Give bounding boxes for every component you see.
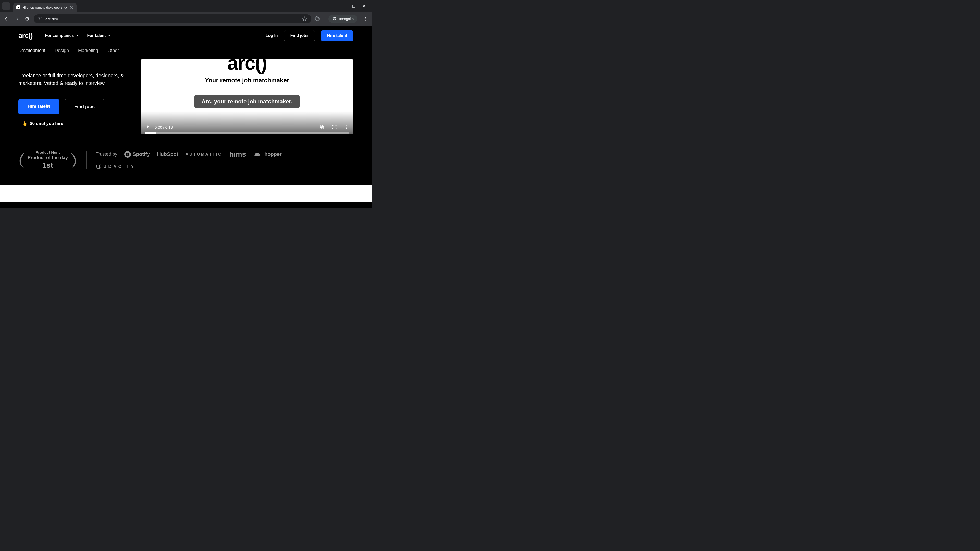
svg-rect-0 [352,5,355,7]
browser-tab[interactable]: a Hire top remote developers, de [13,3,76,12]
browser-tab-strip: a Hire top remote developers, de + [0,0,372,12]
svg-point-3 [365,20,366,21]
url-text: arc.dev [45,17,299,21]
minimize-button[interactable] [341,3,346,9]
hero-find-jobs-button[interactable]: Find jobs [65,99,104,114]
video-caption: Arc, your remote job matchmaker. [194,95,300,108]
next-section [0,185,372,202]
tab-title: Hire top remote developers, de [22,6,67,10]
svg-point-1 [365,17,366,18]
login-link[interactable]: Log In [266,33,278,38]
brand-udacity: UDACITY [96,164,136,170]
video-time: 0:00 / 0:18 [155,125,173,129]
hero-subtitle: Freelance or full-time developers, desig… [18,72,126,87]
laurel-right-icon [70,151,77,169]
spotify-icon [124,151,131,158]
hero-hire-talent-button[interactable]: Hire talent [18,99,59,114]
svg-point-6 [346,128,347,129]
forward-button[interactable] [13,15,21,22]
nav-for-companies[interactable]: For companies [45,33,79,38]
nav-for-talent[interactable]: For talent [87,33,111,38]
pointing-hand-icon: 👆 [22,121,27,126]
trusted-by-label: Trusted by [96,151,117,157]
incognito-badge[interactable]: Incognito [328,15,357,23]
price-note: 👆 $0 until you hire [18,121,126,126]
tab-development[interactable]: Development [18,48,45,53]
play-button[interactable] [145,124,150,130]
chevron-down-icon [76,34,79,37]
page-content: arc() For companies For talent Log In Fi… [0,25,372,208]
brand-automattic: AUTOMATTIC [185,152,222,157]
bookmark-icon[interactable] [302,16,307,21]
video-progress[interactable] [145,132,348,134]
back-button[interactable] [3,15,10,22]
product-hunt-badge: Product Hunt Product of the day 1st [18,150,77,170]
incognito-icon [332,16,337,21]
tab-marketing[interactable]: Marketing [78,48,98,53]
arc-logo[interactable]: arc() [18,32,33,40]
laurel-left-icon [18,151,25,169]
maximize-button[interactable] [351,3,356,9]
brand-hubspot: HubSpot [157,151,178,157]
browser-toolbar: arc.dev Incognito [0,12,372,25]
mute-icon[interactable] [319,124,325,130]
brand-spotify: Spotify [124,151,150,158]
udacity-icon [96,164,102,170]
svg-point-5 [346,127,347,127]
category-tabs: Development Design Marketing Other [0,46,372,59]
tab-favicon-icon: a [16,5,21,10]
svg-point-2 [365,19,366,19]
address-bar[interactable]: arc.dev [34,14,311,24]
tab-other[interactable]: Other [107,48,119,53]
close-tab-button[interactable] [69,5,73,10]
find-jobs-button[interactable]: Find jobs [284,30,315,41]
fullscreen-icon[interactable] [332,124,337,130]
close-window-button[interactable] [361,3,366,9]
new-tab-button[interactable]: + [80,3,87,10]
browser-menu-button[interactable] [363,16,369,22]
tab-design[interactable]: Design [55,48,69,53]
brand-hopper: hopper [253,151,282,157]
trust-section: Product Hunt Product of the day 1st Trus… [0,144,372,185]
video-logo: arc() [228,59,267,72]
svg-point-4 [346,125,347,126]
reload-button[interactable] [24,15,30,22]
site-settings-icon[interactable] [38,17,42,21]
cursor-icon [46,104,50,110]
site-header: arc() For companies For talent Log In Fi… [0,25,372,46]
hire-talent-button[interactable]: Hire talent [321,30,353,41]
chevron-down-icon [108,34,111,37]
extensions-icon[interactable] [314,16,320,22]
hopper-icon [253,151,263,157]
video-menu-icon[interactable] [344,125,348,129]
brand-hims: hims [229,150,246,159]
incognito-label: Incognito [339,17,354,21]
tab-search-button[interactable] [2,2,10,10]
video-tagline: Your remote job matchmaker [205,77,289,84]
hero-video[interactable]: arc() Your remote job matchmaker Arc, yo… [141,59,353,135]
